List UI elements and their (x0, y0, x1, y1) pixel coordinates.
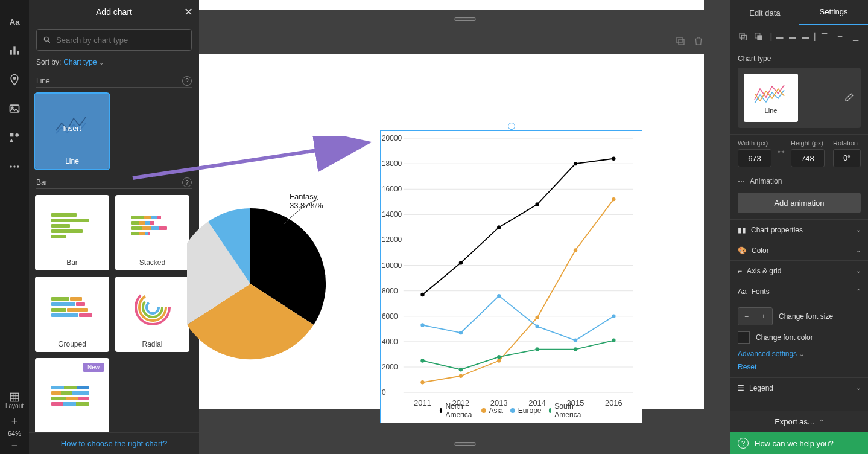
font-decrease-button[interactable]: − (738, 308, 755, 325)
svg-text:8000: 8000 (382, 287, 398, 295)
chart-tool-icon[interactable] (0, 36, 29, 65)
card-caption: Stacked (139, 256, 165, 270)
text-tool-icon[interactable]: Aa (0, 7, 29, 36)
svg-rect-12 (10, 393, 19, 401)
animation-label: Animation (750, 177, 782, 185)
rotate-handle-icon[interactable] (508, 123, 515, 130)
rotation-input[interactable]: 0° (833, 149, 861, 167)
height-input[interactable] (791, 149, 825, 167)
align-top-icon[interactable]: ▔ (817, 30, 831, 43)
align-bottom-icon[interactable]: ▁ (849, 30, 862, 43)
chart-card-new[interactable]: New (35, 358, 109, 432)
chart-type-thumb[interactable]: Line (744, 74, 798, 122)
svg-point-63 (535, 316, 539, 319)
sort-label: Sort by: (36, 58, 61, 66)
svg-point-67 (459, 331, 463, 334)
svg-point-58 (574, 162, 577, 165)
shapes-tool-icon[interactable] (0, 123, 29, 152)
svg-point-66 (420, 323, 424, 327)
bar-icon: ▮▮ (738, 226, 746, 234)
help-icon[interactable]: ? (182, 76, 192, 86)
map-tool-icon[interactable] (0, 65, 29, 94)
chart-card-stacked[interactable]: Stacked (115, 195, 189, 270)
trash-icon[interactable] (693, 36, 704, 46)
svg-rect-23 (679, 39, 684, 45)
layers-back-icon[interactable] (737, 30, 750, 43)
svg-point-74 (497, 355, 501, 359)
left-toolbar: Aa Layout + 64% − (0, 0, 29, 454)
reset-link[interactable]: Reset (738, 363, 861, 371)
search-input[interactable] (56, 36, 185, 45)
svg-point-62 (497, 359, 501, 362)
acc-fonts[interactable]: AaFonts⌃ (730, 281, 868, 301)
advanced-settings-link[interactable]: Advanced settings ⌄ (738, 350, 861, 358)
svg-point-19 (136, 290, 169, 324)
svg-point-8 (15, 133, 19, 137)
svg-rect-78 (740, 33, 744, 38)
acc-axis-grid[interactable]: ⌐Axis & grid⌄ (730, 260, 868, 281)
howto-link[interactable]: How to choose the right chart? (29, 432, 199, 454)
zoom-out-button[interactable]: − (0, 437, 29, 454)
legend-item[interactable]: South America (549, 402, 583, 419)
chart-type-label: Chart type (738, 54, 861, 63)
tab-edit-data[interactable]: Edit data (730, 0, 799, 25)
export-button[interactable]: Export as...⌃ (730, 411, 868, 432)
legend-item[interactable]: Asia (481, 402, 502, 419)
width-label: Width (px) (738, 139, 771, 147)
legend-item[interactable]: Europe (510, 402, 542, 419)
svg-text:20000: 20000 (382, 134, 402, 142)
svg-point-69 (535, 324, 539, 328)
font-color-swatch[interactable] (738, 331, 750, 344)
chart-card-line[interactable]: Insert Line (35, 94, 109, 169)
chart-card-bar[interactable]: Bar (35, 195, 109, 270)
new-badge: New (83, 363, 104, 372)
svg-point-75 (535, 347, 539, 351)
legend-item[interactable]: North America (439, 402, 474, 419)
rotation-label: Rotation (833, 139, 861, 147)
layers-front-icon[interactable] (752, 30, 765, 43)
acc-chart-properties[interactable]: ▮▮Chart properties⌄ (730, 219, 868, 240)
svg-point-70 (574, 339, 577, 342)
drag-handle-icon[interactable] (454, 442, 476, 446)
duplicate-icon[interactable] (675, 36, 686, 46)
acc-color[interactable]: 🎨Color⌄ (730, 240, 868, 260)
drag-handle-icon[interactable] (454, 17, 476, 21)
svg-point-22 (147, 301, 159, 313)
align-hcenter-icon[interactable]: ▬ (786, 30, 799, 43)
svg-text:12000: 12000 (382, 235, 402, 244)
svg-point-73 (459, 368, 463, 371)
height-label: Height (px) (791, 139, 825, 147)
width-input[interactable] (738, 149, 771, 167)
chart-card-grouped[interactable]: Grouped (35, 277, 109, 352)
layout-button[interactable]: Layout (0, 388, 29, 413)
align-left-icon[interactable]: ▏▬ (770, 30, 784, 43)
close-icon[interactable]: ✕ (184, 5, 193, 19)
image-tool-icon[interactable] (0, 94, 29, 123)
svg-text:6000: 6000 (382, 312, 398, 321)
radial-thumb-icon (131, 286, 174, 328)
edit-chart-type-icon[interactable] (844, 92, 855, 104)
font-icon: Aa (738, 287, 747, 296)
tab-settings[interactable]: Settings (799, 0, 868, 25)
svg-rect-24 (677, 37, 682, 43)
svg-rect-2 (13, 46, 15, 54)
pie-chart[interactable]: Fantasy 33.87%% (187, 175, 344, 392)
align-vcenter-icon[interactable]: ━ (833, 30, 846, 43)
card-caption: Grouped (58, 337, 86, 352)
canvas-page[interactable]: Fantasy 33.87%% 020004000600080001000012… (199, 54, 704, 409)
font-increase-button[interactable]: + (755, 308, 772, 325)
svg-text:18000: 18000 (382, 159, 402, 168)
acc-legend[interactable]: ☰Legend⌄ (730, 377, 868, 398)
help-button[interactable]: ?How can we help you? (730, 432, 868, 454)
chart-card-radial[interactable]: Radial (115, 277, 189, 352)
add-animation-button[interactable]: Add animation (738, 193, 861, 213)
palette-icon: 🎨 (738, 246, 747, 255)
more-tool-icon[interactable] (0, 152, 29, 181)
card-caption: Radial (142, 337, 162, 352)
link-dims-icon[interactable]: ⊶ (778, 147, 785, 156)
align-right-icon[interactable]: ▬▕ (802, 30, 815, 43)
line-chart[interactable]: 0200040006000800010000120001400016000180… (380, 130, 642, 423)
chart-search[interactable] (36, 29, 192, 51)
sort-dropdown[interactable]: Chart type ⌄ (63, 58, 104, 66)
zoom-in-button[interactable]: + (0, 413, 29, 430)
